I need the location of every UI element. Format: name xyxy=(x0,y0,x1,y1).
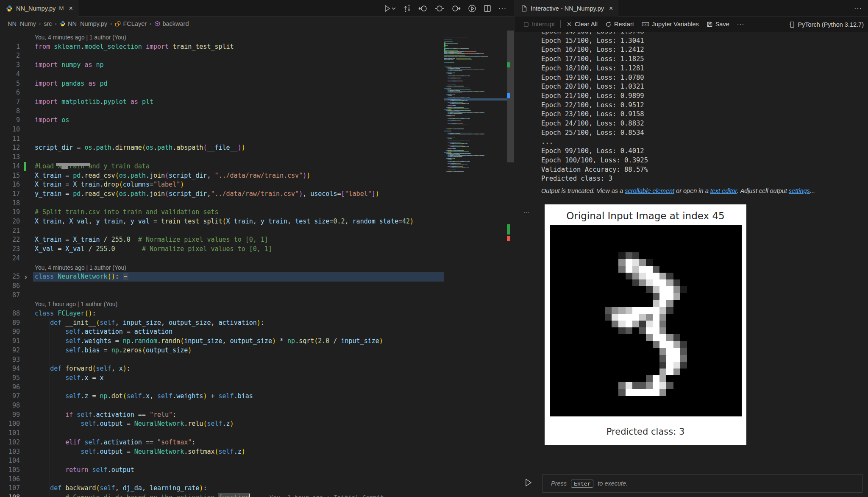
code-line[interactable]: self.weights = np.random.randn(input_siz… xyxy=(35,337,383,346)
git-blame-annotation: You, 1 hour ago | 1 author (You) xyxy=(35,300,117,309)
split-editor-icon[interactable] xyxy=(484,5,491,12)
code-line[interactable]: def forward(self, x): xyxy=(35,364,131,374)
breadcrumb-item-nn_numy[interactable]: NN_Numy xyxy=(8,20,36,27)
code-line[interactable]: X_train = X_train / 255.0 # Normalize pi… xyxy=(35,235,268,245)
enter-key-cap: Enter xyxy=(571,480,593,488)
more-actions-icon[interactable]: ··· xyxy=(854,0,862,17)
toolbar-save-button[interactable]: Save xyxy=(703,21,733,28)
code-line[interactable]: X_val = X_val / 255.0 # Normalize pixel … xyxy=(35,245,272,254)
code-line[interactable]: X_train, X_val, y_train, y_val = train_t… xyxy=(35,217,414,226)
line-number: 13 xyxy=(0,153,20,162)
run-above-below-icon[interactable] xyxy=(403,5,411,12)
code-line[interactable]: import numpy as np xyxy=(35,61,104,70)
toolbar-restart-button[interactable]: Restart xyxy=(601,21,638,28)
cell-output-area: Epoch 14/100, Loss: 1.3748Epoch 15/100, … xyxy=(515,32,868,470)
code-line[interactable]: self.x = x xyxy=(35,374,104,383)
breadcrumb-item-fclayer[interactable]: FCLayer xyxy=(115,20,147,27)
code-line[interactable]: y_train = pd.read_csv(os.path.join(scrip… xyxy=(35,190,379,199)
code-line[interactable]: class FCLayer(): xyxy=(35,309,96,318)
breadcrumb-item-src[interactable]: src xyxy=(44,20,52,27)
overview-ruler-deleted-mark xyxy=(507,236,510,241)
matplotlib-figure: Original Input Image at index 45 Predict… xyxy=(545,204,746,445)
code-line[interactable]: class NeuralNetwork(): ⋯ xyxy=(35,272,128,282)
toolbar-interrupt-button[interactable]: Interrupt xyxy=(519,21,559,28)
code-line[interactable]: self.output = NeuralNetwork.softmax(self… xyxy=(35,447,245,457)
output-line: Epoch 22/100, Loss: 0.9512 xyxy=(541,101,644,110)
breadcrumb-item-backward[interactable]: backward xyxy=(154,20,189,27)
more-actions-icon[interactable]: ··· xyxy=(498,5,506,12)
code-line[interactable]: # Compute dj_dz based on the activation … xyxy=(35,493,384,497)
line-number: 96 xyxy=(0,383,20,392)
panel-tabbar: Interactive - NN_Numpy.py × ··· xyxy=(515,0,868,17)
code-line[interactable]: if self.activation == "relu": xyxy=(35,410,176,420)
run-python-file-icon[interactable] xyxy=(384,5,396,12)
code-line[interactable]: import os xyxy=(35,116,69,125)
code-line[interactable]: # Split train.csv into train and validat… xyxy=(35,208,218,217)
breadcrumb-separator: › xyxy=(39,20,41,27)
line-number: 92 xyxy=(0,346,20,355)
editor-scrollbar[interactable] xyxy=(507,31,514,497)
indent-guide xyxy=(65,327,65,475)
code-line[interactable]: #Load X_train and y_train data xyxy=(35,162,150,171)
output-line: Validation Accuracy: 88.57% xyxy=(541,165,648,175)
code-line[interactable]: X_train = pd.read_csv(os.path.join(scrip… xyxy=(35,171,310,181)
code-line[interactable]: import pandas as pd xyxy=(35,79,108,89)
indent-guide xyxy=(50,318,50,497)
save-icon xyxy=(707,21,713,28)
code-input-field[interactable]: Press Enter to execute. xyxy=(542,474,863,493)
output-line: Epoch 18/100, Loss: 1.1281 xyxy=(541,64,644,73)
line-number: 91 xyxy=(0,337,20,346)
truncation-link[interactable]: settings xyxy=(789,187,810,194)
toolbar-clear-all-button[interactable]: Clear All xyxy=(562,21,601,28)
method-symbol-icon xyxy=(154,21,160,27)
tab-interactive[interactable]: Interactive - NN_Numpy.py × xyxy=(515,0,618,17)
overview-ruler-selection-mark xyxy=(507,93,510,98)
kernel-picker[interactable]: PyTorch (Python 3.12.7) xyxy=(789,17,864,32)
code-line[interactable]: elif self.activation == "softmax": xyxy=(35,438,195,447)
run-above-icon[interactable] xyxy=(418,5,428,12)
debug-run-icon[interactable] xyxy=(468,4,476,13)
code-line[interactable]: self.activation = activation xyxy=(35,327,172,337)
code-line[interactable]: def __init__(self, input_size, output_si… xyxy=(35,318,264,328)
toolbar-jupyter-variables-button[interactable]: (x)Jupyter Variables xyxy=(638,21,703,28)
code-line[interactable]: self.bias = np.zeros(output_size) xyxy=(35,346,192,355)
truncation-link[interactable]: text editor xyxy=(710,187,737,194)
toolbar---button[interactable]: ··· xyxy=(733,21,748,28)
run-cell-icon[interactable] xyxy=(435,5,444,12)
kernel-label: PyTorch (Python 3.12.7) xyxy=(798,21,864,28)
line-number: 88 xyxy=(0,309,20,318)
run-input-icon[interactable] xyxy=(524,478,533,487)
truncation-link[interactable]: scrollable element xyxy=(625,187,674,194)
text-cursor xyxy=(249,494,250,497)
minimap[interactable] xyxy=(444,31,507,175)
minimap-git-added-mark xyxy=(444,42,445,47)
breadcrumb-item-nn_numpy.py[interactable]: NN_Numpy.py xyxy=(60,20,107,27)
code-line[interactable]: def backward(self, dj_da, learning_rate)… xyxy=(35,484,207,493)
code-editor[interactable]: You, 4 minutes ago | 1 author (You)1from… xyxy=(0,31,514,497)
line-number: 107 xyxy=(0,484,20,493)
line-number: 1 xyxy=(0,42,20,52)
mnist-digit-image xyxy=(550,225,742,416)
code-line[interactable]: self.z = np.dot(self.x, self.weights) + … xyxy=(35,392,253,401)
line-number: 94 xyxy=(0,364,20,374)
code-line[interactable]: import matplotlib.pyplot as plt xyxy=(35,98,153,107)
line-number: 21 xyxy=(0,226,20,236)
git-blame-annotation: You, 4 minutes ago | 1 author (You) xyxy=(35,263,126,273)
output-line: Epoch 99/100, Loss: 0.4012 xyxy=(541,147,644,156)
folded-code-ellipsis[interactable]: ⋯ xyxy=(123,273,128,280)
git-modified-badge: M xyxy=(59,5,64,11)
line-number: 18 xyxy=(0,199,20,208)
close-icon[interactable]: × xyxy=(609,5,613,12)
line-number: 89 xyxy=(0,318,20,328)
cell-more-actions[interactable]: ... xyxy=(523,207,530,214)
vscode-window: NN_Numpy.py M × xyxy=(0,0,868,497)
code-line[interactable]: X_train = X_train.drop(columns="label") xyxy=(35,180,184,190)
inline-git-blame: You, 1 hour ago • Initial Commit xyxy=(270,494,384,497)
code-line[interactable]: script_dir = os.path.dirname(os.path.abs… xyxy=(35,143,245,153)
run-below-icon[interactable] xyxy=(451,5,461,12)
figure-xlabel: Predicted class: 3 xyxy=(545,427,746,437)
fold-chevron-icon[interactable]: › xyxy=(25,272,31,282)
tab-nn-numpy[interactable]: NN_Numpy.py M × xyxy=(0,0,78,17)
close-icon[interactable]: × xyxy=(69,5,72,12)
code-line[interactable]: from sklearn.model_selection import trai… xyxy=(35,42,234,52)
